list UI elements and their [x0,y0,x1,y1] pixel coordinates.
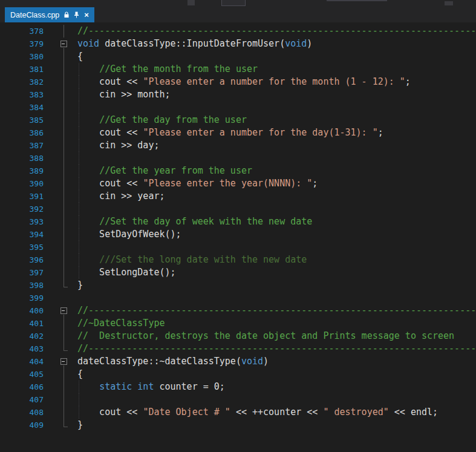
code-line[interactable]: 387 cin >> day; [0,139,476,152]
code-editor[interactable]: 378//-----------------------------------… [0,22,476,452]
fold-margin [46,165,74,177]
line-number: 379 [0,38,46,50]
code-text: } [74,279,476,292]
collapse-minus-icon[interactable] [60,41,67,47]
code-line[interactable]: 401//~DateClassType [0,317,476,330]
toolbar-fragment [327,0,387,1]
fold-margin [46,292,74,304]
collapse-minus-icon[interactable] [60,358,67,365]
code-line[interactable]: 392 [0,203,476,215]
code-line[interactable]: 378//-----------------------------------… [0,25,476,38]
fold-margin [46,330,74,342]
code-line[interactable]: 407 [0,393,476,406]
fold-margin [46,266,74,279]
tab-title: DateClass.cpp [10,11,59,19]
code-line[interactable]: 398} [0,279,476,292]
code-line[interactable]: 383 cin >> month; [0,88,476,101]
code-line[interactable]: 382 cout << "Please enter a number for t… [0,76,476,88]
fold-margin [46,190,74,203]
line-number: 398 [0,279,46,292]
code-line[interactable]: 384 [0,101,476,114]
code-text: cout << "Please enter the year(NNNN): "; [74,177,476,190]
line-number: 406 [0,381,46,393]
fold-margin [46,304,74,317]
line-number: 380 [0,50,46,63]
code-lines-container: 378//-----------------------------------… [0,22,476,431]
code-line[interactable]: 385 //Get the day from the user [0,114,476,126]
fold-margin [46,406,74,419]
line-number: 397 [0,266,46,279]
code-text: // Destructor, destroys the date object … [74,330,476,342]
line-number: 390 [0,177,46,190]
line-number: 401 [0,317,46,330]
code-text: //--------------------------------------… [74,25,476,38]
code-text: //Get the day from the user [74,114,476,126]
fold-margin [46,139,74,152]
code-text [74,101,476,114]
code-line[interactable]: 389 //Get the year from the user [0,165,476,177]
code-line[interactable]: 405{ [0,368,476,381]
code-line[interactable]: 381 //Get the month from the user [0,63,476,76]
vs-editor-window: DateClass.cpp × 378//-------------------… [0,0,476,452]
code-text [74,152,476,165]
code-line[interactable]: 408 cout << "Date Object # " << ++counte… [0,406,476,419]
code-line[interactable]: 403//-----------------------------------… [0,342,476,355]
code-text: cout << "Please enter a number for the m… [74,76,476,88]
line-number: 399 [0,292,46,304]
close-icon[interactable]: × [84,11,89,19]
code-text [74,241,476,254]
line-number: 388 [0,152,46,165]
code-line[interactable]: 391 cin >> year; [0,190,476,203]
line-number: 396 [0,254,46,266]
fold-margin [46,355,74,368]
code-line[interactable]: 399 [0,292,476,304]
fold-margin [46,50,74,63]
line-number: 393 [0,215,46,228]
code-line[interactable]: 395 [0,241,476,254]
toolbar-fragment [221,0,246,6]
code-line[interactable]: 400//-----------------------------------… [0,304,476,317]
line-number: 394 [0,228,46,241]
line-number: 400 [0,304,46,317]
toolbar-strip [0,0,476,7]
code-text: ///Set the long date with the new date [74,254,476,266]
code-line[interactable]: 406 static int counter = 0; [0,381,476,393]
code-line[interactable]: 402// Destructor, destroys the date obje… [0,330,476,342]
fold-margin [46,177,74,190]
code-line[interactable]: 386 cout << "Please enter a number for t… [0,126,476,139]
toolbar-fragment [445,1,453,5]
line-number: 409 [0,419,46,431]
code-text: //~DateClassType [74,317,476,330]
fold-margin [46,368,74,381]
code-text: SetDayOfWeek(); [74,228,476,241]
code-text: cin >> month; [74,88,476,101]
code-line[interactable]: 388 [0,152,476,165]
code-line[interactable]: 394 SetDayOfWeek(); [0,228,476,241]
code-line[interactable]: 393 //Set the day of week with the new d… [0,215,476,228]
line-number: 378 [0,25,46,38]
tab-dateclass-cpp[interactable]: DateClass.cpp × [5,7,94,22]
line-number: 408 [0,406,46,419]
collapse-minus-icon[interactable] [60,307,67,314]
fold-margin [46,381,74,393]
code-line[interactable]: 390 cout << "Please enter the year(NNNN)… [0,177,476,190]
line-number: 383 [0,88,46,101]
code-line[interactable]: 379void dateClassType::InputDateFromUser… [0,38,476,50]
line-number: 402 [0,330,46,342]
line-number: 391 [0,190,46,203]
line-number: 382 [0,76,46,88]
code-line[interactable]: 397 SetLongDate(); [0,266,476,279]
code-text [74,393,476,406]
line-number: 404 [0,355,46,368]
code-text: //--------------------------------------… [74,304,476,317]
code-line[interactable]: 404dateClassType::~dateClassType(void) [0,355,476,368]
code-line[interactable]: 409} [0,419,476,431]
code-text: //Get the month from the user [74,63,476,76]
code-line[interactable]: 396 ///Set the long date with the new da… [0,254,476,266]
fold-margin [46,25,74,38]
pin-icon[interactable] [74,11,79,18]
fold-margin [46,393,74,406]
fold-margin [46,342,74,355]
code-line[interactable]: 380{ [0,50,476,63]
code-text: SetLongDate(); [74,266,476,279]
